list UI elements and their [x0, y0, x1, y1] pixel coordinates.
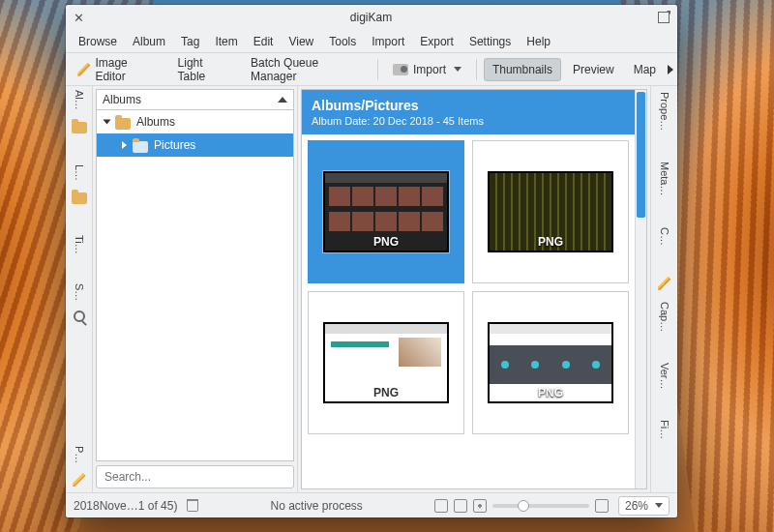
rail-colors[interactable]: C…: [659, 227, 670, 246]
zoom-value-box[interactable]: 26%: [618, 496, 670, 516]
tree-item-pictures[interactable]: Pictures: [97, 133, 293, 157]
rail-captions[interactable]: Cap…: [659, 302, 670, 332]
import-button[interactable]: Import: [385, 59, 469, 80]
tree-root-label: Albums: [136, 115, 175, 129]
light-table-label: Light Table: [178, 56, 232, 83]
trash-icon[interactable]: [187, 499, 198, 512]
chevron-down-icon: [655, 503, 663, 508]
thumbnail-image: PNG: [323, 322, 449, 403]
preview-button[interactable]: Preview: [565, 59, 622, 80]
rail-search[interactable]: S…: [74, 283, 85, 301]
chevron-down-icon: [454, 67, 461, 72]
thumb-size-small-icon[interactable]: [434, 499, 448, 513]
left-sidebar-rail: Al… L… Ti… S… P…: [66, 86, 93, 492]
rail-timeline[interactable]: Ti…: [74, 235, 85, 254]
thumbnails-label: Thumbnails: [492, 63, 552, 76]
rail-albums[interactable]: Al…: [74, 90, 85, 110]
camera-icon: [393, 64, 408, 75]
menu-settings[interactable]: Settings: [462, 33, 518, 50]
pencil-icon: [73, 473, 86, 487]
menu-export[interactable]: Export: [413, 33, 461, 50]
thumbnail-item[interactable]: PNG: [472, 140, 629, 283]
tree-title: Albums: [103, 93, 141, 106]
map-label: Map: [634, 63, 656, 76]
rail-versions[interactable]: Ver…: [659, 363, 670, 390]
thumbnail-grid[interactable]: Albums/Pictures Album Date: 20 Dec 2018 …: [302, 90, 635, 488]
search-input[interactable]: [96, 465, 294, 488]
right-sidebar-rail: Prope… Meta… C… Cap… Ver… Fi…: [650, 86, 677, 492]
rail-people[interactable]: P…: [74, 446, 85, 463]
status-process: No active process: [271, 499, 363, 513]
thumb-size-large-icon[interactable]: [473, 499, 487, 513]
tree-header[interactable]: Albums: [96, 89, 294, 110]
format-badge: PNG: [538, 386, 563, 401]
thumbnail-image: PNG: [323, 171, 449, 252]
vertical-scrollbar[interactable]: [635, 90, 646, 488]
thumbnail-image: PNG: [488, 171, 613, 252]
toolbar-overflow-icon[interactable]: [668, 65, 673, 74]
albums-tree[interactable]: Albums Pictures: [96, 110, 294, 461]
folder-icon: [133, 141, 148, 153]
thumbnail-item[interactable]: PNG: [308, 291, 464, 434]
zoom-fit-icon[interactable]: [595, 499, 609, 513]
album-path: Albums/Pictures: [312, 98, 625, 113]
menu-browse[interactable]: Browse: [72, 33, 124, 50]
search-box: [96, 465, 294, 488]
rail-labels[interactable]: L…: [74, 164, 85, 181]
titlebar[interactable]: ✕ digiKam: [66, 5, 677, 30]
menu-item[interactable]: Item: [208, 33, 244, 50]
thumb-size-fit-icon[interactable]: [454, 499, 467, 513]
menu-view[interactable]: View: [282, 33, 320, 50]
pencil-icon: [77, 63, 90, 76]
menu-tools[interactable]: Tools: [322, 33, 363, 50]
toolbar-separator: [476, 59, 477, 80]
search-icon: [74, 310, 85, 322]
menubar: Browse Album Tag Item Edit View Tools Im…: [66, 30, 677, 53]
album-subtitle: Album Date: 20 Dec 2018 - 45 Items: [312, 115, 625, 127]
menu-import[interactable]: Import: [365, 33, 411, 50]
scrollbar-thumb[interactable]: [637, 92, 645, 218]
window-title: digiKam: [84, 11, 658, 24]
import-label: Import: [413, 63, 446, 76]
image-editor-button[interactable]: Image Editor: [70, 52, 166, 87]
menu-album[interactable]: Album: [126, 33, 172, 50]
map-button[interactable]: Map: [626, 59, 664, 80]
menu-help[interactable]: Help: [520, 33, 557, 50]
expand-icon[interactable]: [122, 141, 127, 149]
status-selection: 2018Nove…1 of 45): [74, 499, 177, 513]
rail-filters[interactable]: Fi…: [659, 420, 670, 439]
thumbnails-button[interactable]: Thumbnails: [484, 58, 561, 81]
folder-icon: [115, 118, 131, 130]
thumbnail-item[interactable]: PNG: [472, 291, 629, 434]
thumbnail-image: PNG: [488, 322, 613, 403]
image-editor-label: Image Editor: [95, 56, 158, 83]
format-badge: PNG: [373, 386, 399, 401]
light-table-button[interactable]: Light Table: [170, 52, 240, 87]
sort-arrow-icon: [278, 97, 287, 103]
folder-icon: [72, 192, 87, 204]
close-icon[interactable]: ✕: [74, 11, 84, 25]
main-panel: Albums/Pictures Album Date: 20 Dec 2018 …: [298, 86, 650, 492]
folder-icon[interactable]: [72, 122, 87, 133]
pencil-icon: [658, 277, 671, 290]
tree-root[interactable]: Albums: [97, 110, 293, 133]
rail-metadata[interactable]: Meta…: [659, 162, 670, 195]
menu-edit[interactable]: Edit: [247, 33, 281, 50]
tree-item-label: Pictures: [154, 138, 195, 152]
slider-knob[interactable]: [518, 500, 529, 512]
menu-tag[interactable]: Tag: [174, 33, 206, 50]
app-window: ✕ digiKam Browse Album Tag Item Edit Vie…: [66, 5, 677, 517]
format-badge: PNG: [538, 235, 563, 251]
left-panel: Albums Albums Pictures: [93, 86, 298, 492]
maximize-icon[interactable]: [658, 12, 670, 23]
batch-queue-button[interactable]: Batch Queue Manager: [243, 52, 371, 87]
status-bar: 2018Nove…1 of 45) No active process 26%: [66, 492, 677, 517]
expand-icon[interactable]: [104, 120, 111, 125]
album-header: Albums/Pictures Album Date: 20 Dec 2018 …: [302, 90, 635, 134]
preview-label: Preview: [573, 63, 614, 76]
thumbnail-item[interactable]: PNG: [308, 140, 464, 283]
batch-queue-label: Batch Queue Manager: [251, 56, 363, 83]
rail-properties[interactable]: Prope…: [659, 92, 670, 131]
zoom-slider[interactable]: [492, 504, 589, 508]
toolbar: Image Editor Light Table Batch Queue Man…: [66, 53, 677, 86]
